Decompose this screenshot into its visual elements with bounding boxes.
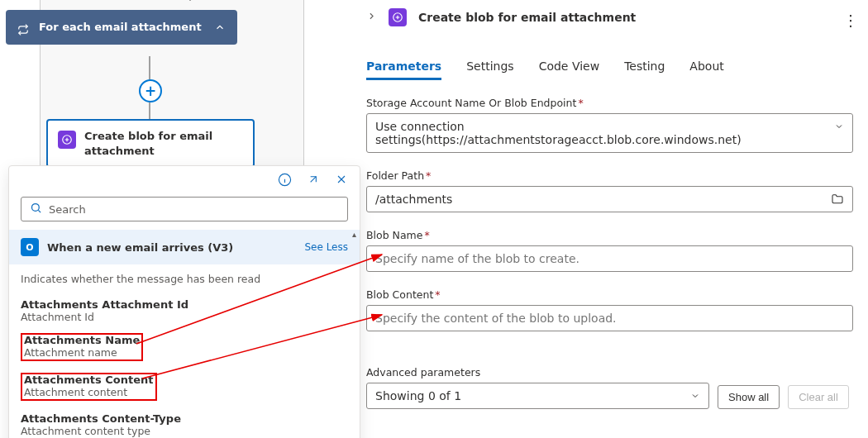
item-title: Attachments Content xyxy=(24,374,154,386)
blob-connector-icon xyxy=(58,131,76,149)
show-all-button[interactable]: Show all xyxy=(718,385,780,409)
search-icon xyxy=(30,202,42,217)
trigger-description: Indicates whether the message has been r… xyxy=(19,269,350,293)
blob-content-label: Blob Content xyxy=(366,288,433,301)
svg-line-8 xyxy=(38,210,41,212)
item-subtitle: Attachment content xyxy=(24,386,127,398)
clear-all-button: Clear all xyxy=(788,385,849,409)
chevron-down-icon xyxy=(834,121,844,134)
blob-name-input[interactable]: Specify name of the blob to create. xyxy=(366,245,853,272)
dynamic-content-panel: Search ▴ O When a new email arrives (V3)… xyxy=(8,165,360,438)
connector-line-1 xyxy=(149,56,150,79)
outlook-icon: O xyxy=(21,238,39,256)
action-detail-panel: Create blob for email attachment ⋮ Param… xyxy=(351,0,868,438)
item-subtitle: Attachment content type xyxy=(21,425,348,437)
dynamic-trigger-header[interactable]: ▴ O When a new email arrives (V3) See Le… xyxy=(9,230,360,264)
item-title: Attachments Name xyxy=(24,334,140,346)
tab-about[interactable]: About xyxy=(689,55,723,80)
info-icon[interactable] xyxy=(278,173,292,190)
blob-content-placeholder: Specify the content of the blob to uploa… xyxy=(375,312,617,325)
create-blob-card[interactable]: Create blob for email attachment xyxy=(46,119,255,168)
list-item[interactable]: Attachments NameAttachment name xyxy=(19,328,350,368)
svg-line-4 xyxy=(311,177,317,183)
blob-content-input[interactable]: Specify the content of the blob to uploa… xyxy=(366,305,853,331)
connector-line-in xyxy=(189,0,191,1)
chevron-up-icon[interactable] xyxy=(214,21,226,37)
folder-icon[interactable] xyxy=(831,193,844,209)
item-subtitle: Attachment name xyxy=(24,346,117,359)
advanced-value: Showing 0 of 1 xyxy=(375,389,461,402)
chevron-down-icon xyxy=(690,391,700,403)
flow-canvas: For each email attachment + Create blob … xyxy=(0,0,343,165)
add-step-button[interactable]: + xyxy=(139,79,162,102)
tab-testing[interactable]: Testing xyxy=(624,55,665,80)
create-blob-title: Create blob for email attachment xyxy=(84,130,212,157)
for-each-card[interactable]: For each email attachment xyxy=(6,10,237,45)
page-title: Create blob for email attachment xyxy=(418,11,636,24)
expand-icon[interactable] xyxy=(307,173,320,190)
list-item[interactable]: Attachments Content-Type Attachment cont… xyxy=(19,407,350,438)
tab-code-view[interactable]: Code View xyxy=(539,55,600,80)
advanced-params-select[interactable]: Showing 0 of 1 xyxy=(366,383,709,409)
loop-icon xyxy=(17,24,29,40)
see-less-link[interactable]: See Less xyxy=(304,241,348,253)
plus-icon: + xyxy=(145,83,156,99)
close-icon[interactable] xyxy=(335,173,348,190)
storage-label: Storage Account Name Or Blob Endpoint xyxy=(366,97,576,109)
search-input[interactable]: Search xyxy=(21,197,348,221)
folder-path-input[interactable]: /attachments xyxy=(366,186,853,212)
list-item[interactable]: Attachments ContentAttachment content xyxy=(19,368,350,407)
blob-name-placeholder: Specify name of the blob to create. xyxy=(375,252,579,265)
folder-value: /attachments xyxy=(375,193,452,206)
item-subtitle: Attachment Id xyxy=(21,311,348,323)
required-asterisk: * xyxy=(435,288,440,301)
advanced-label: Advanced parameters xyxy=(366,366,853,378)
required-asterisk: * xyxy=(578,97,583,109)
svg-point-7 xyxy=(32,204,40,212)
storage-value: Use connection settings(https://attachme… xyxy=(375,120,742,146)
blob-connector-icon xyxy=(389,8,407,26)
item-title: Attachments Content-Type xyxy=(21,412,348,425)
blob-name-label: Blob Name xyxy=(366,229,422,241)
tab-parameters[interactable]: Parameters xyxy=(366,55,441,80)
required-asterisk: * xyxy=(426,169,431,182)
tabs: Parameters Settings Code View Testing Ab… xyxy=(366,55,853,80)
trigger-title: When a new email arrives (V3) xyxy=(47,241,233,254)
required-asterisk: * xyxy=(424,229,429,241)
tab-settings[interactable]: Settings xyxy=(466,55,513,80)
search-placeholder: Search xyxy=(49,203,86,216)
storage-account-select[interactable]: Use connection settings(https://attachme… xyxy=(366,113,853,153)
list-item[interactable]: Attachments Attachment Id Attachment Id xyxy=(19,293,350,328)
more-actions-icon[interactable]: ⋮ xyxy=(843,12,858,29)
item-title: Attachments Attachment Id xyxy=(21,298,348,311)
collapse-chevron-icon[interactable] xyxy=(366,11,377,24)
connector-line-2 xyxy=(149,102,150,121)
for-each-title: For each email attachment xyxy=(39,20,202,35)
folder-label: Folder Path xyxy=(366,169,424,182)
